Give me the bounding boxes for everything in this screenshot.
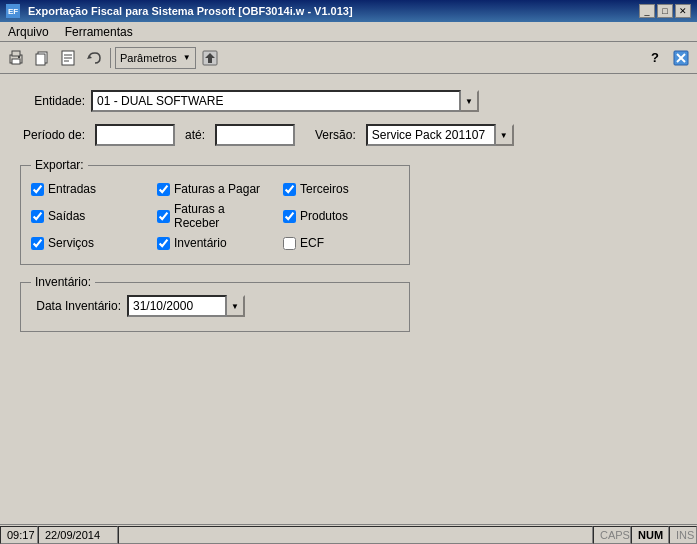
version-select-wrap: ▼	[366, 124, 514, 146]
checkbox-entradas-label: Entradas	[48, 182, 96, 196]
exportar-fieldset: Exportar: Entradas Faturas a Pagar Terce…	[20, 158, 410, 265]
checkbox-inventario-input[interactable]	[157, 237, 170, 250]
status-num: NUM	[631, 526, 669, 544]
period-to-label: até:	[185, 128, 205, 142]
copy2-icon	[60, 50, 76, 66]
period-row: Período de: 01/01/2012 até: 31/01/2012 V…	[20, 124, 677, 146]
inventario-data-input[interactable]	[127, 295, 227, 317]
checkbox-produtos-label: Produtos	[300, 209, 348, 223]
toolbar-help-button[interactable]: ?	[643, 46, 667, 70]
toolbar-print-button[interactable]	[4, 46, 28, 70]
status-ins: INS	[669, 526, 697, 544]
print-icon	[8, 50, 24, 66]
menu-ferramentas[interactable]: Ferramentas	[61, 24, 137, 40]
inventario-data-row: Data Inventário: ▼	[31, 295, 399, 317]
checkbox-ecf-label: ECF	[300, 236, 324, 250]
inventario-data-label: Data Inventário:	[31, 299, 121, 313]
params-arrow: ▼	[183, 53, 191, 62]
inventario-data-select-wrap: ▼	[127, 295, 245, 317]
checkbox-saidas[interactable]: Saídas	[31, 202, 147, 230]
checkbox-servicos-input[interactable]	[31, 237, 44, 250]
status-date: 22/09/2014	[38, 526, 118, 544]
checkbox-faturas-receber-label: Faturas a Receber	[174, 202, 273, 230]
export-icon	[202, 50, 218, 66]
status-caps: CAPS	[593, 526, 631, 544]
help-icon: ?	[651, 50, 659, 65]
toolbar-copy1-button[interactable]	[30, 46, 54, 70]
checkbox-entradas[interactable]: Entradas	[31, 182, 147, 196]
toolbar-separator	[110, 48, 111, 68]
checkbox-faturas-receber-input[interactable]	[157, 210, 170, 223]
toolbar-close-icon	[673, 50, 689, 66]
main-content: Entidade: ▼ Período de: 01/01/2012 até: …	[0, 74, 697, 524]
checkbox-faturas-pagar[interactable]: Faturas a Pagar	[157, 182, 273, 196]
copy1-icon	[34, 50, 50, 66]
inventario-data-dropdown-btn[interactable]: ▼	[227, 295, 245, 317]
title-bar: EF Exportação Fiscal para Sistema Prosof…	[0, 0, 697, 22]
checkbox-produtos-input[interactable]	[283, 210, 296, 223]
entity-label: Entidade:	[20, 94, 85, 108]
checkbox-faturas-pagar-input[interactable]	[157, 183, 170, 196]
minimize-button[interactable]: _	[639, 4, 655, 18]
close-button[interactable]: ✕	[675, 4, 691, 18]
checkbox-produtos[interactable]: Produtos	[283, 202, 399, 230]
title-bar-controls: _ □ ✕	[639, 4, 691, 18]
version-input[interactable]	[366, 124, 496, 146]
inventario-legend: Inventário:	[31, 275, 95, 289]
checkbox-servicos[interactable]: Serviços	[31, 236, 147, 250]
maximize-button[interactable]: □	[657, 4, 673, 18]
svg-rect-5	[36, 54, 45, 65]
svg-rect-3	[18, 56, 20, 58]
checkbox-faturas-receber[interactable]: Faturas a Receber	[157, 202, 273, 230]
checkbox-terceiros-label: Terceiros	[300, 182, 349, 196]
params-label: Parâmetros	[120, 52, 177, 64]
window-title: Exportação Fiscal para Sistema Prosoft […	[28, 5, 353, 17]
period-to-input[interactable]: 31/01/2012	[215, 124, 295, 146]
checkbox-inventario-label: Inventário	[174, 236, 227, 250]
status-bar: 09:17 22/09/2014 CAPS NUM INS	[0, 524, 697, 544]
checkbox-entradas-input[interactable]	[31, 183, 44, 196]
undo-icon	[86, 50, 102, 66]
period-from-input[interactable]: 01/01/2012	[95, 124, 175, 146]
period-label: Período de:	[20, 128, 85, 142]
toolbar-export-button[interactable]	[198, 46, 222, 70]
window-icon: EF	[6, 4, 20, 18]
version-dropdown-btn[interactable]: ▼	[496, 124, 514, 146]
version-label: Versão:	[315, 128, 356, 142]
checkbox-terceiros-input[interactable]	[283, 183, 296, 196]
checkbox-servicos-label: Serviços	[48, 236, 94, 250]
checkbox-terceiros[interactable]: Terceiros	[283, 182, 399, 196]
title-bar-text: EF Exportação Fiscal para Sistema Prosof…	[6, 4, 353, 18]
toolbar-undo-button[interactable]	[82, 46, 106, 70]
inventario-fieldset: Inventário: Data Inventário: ▼	[20, 275, 410, 332]
status-middle	[118, 526, 593, 544]
svg-rect-2	[12, 59, 20, 64]
checkbox-faturas-pagar-label: Faturas a Pagar	[174, 182, 260, 196]
params-dropdown[interactable]: Parâmetros ▼	[115, 47, 196, 69]
checkbox-saidas-label: Saídas	[48, 209, 85, 223]
svg-rect-1	[12, 51, 20, 56]
entity-row: Entidade: ▼	[20, 90, 677, 112]
menu-bar: Arquivo Ferramentas	[0, 22, 697, 42]
svg-marker-10	[87, 55, 92, 59]
checkbox-inventario[interactable]: Inventário	[157, 236, 273, 250]
exportar-checkboxes: Entradas Faturas a Pagar Terceiros Saída…	[31, 178, 399, 254]
menu-arquivo[interactable]: Arquivo	[4, 24, 53, 40]
exportar-legend: Exportar:	[31, 158, 88, 172]
checkbox-ecf-input[interactable]	[283, 237, 296, 250]
toolbar-copy2-button[interactable]	[56, 46, 80, 70]
checkbox-saidas-input[interactable]	[31, 210, 44, 223]
entity-input[interactable]	[91, 90, 461, 112]
status-time: 09:17	[0, 526, 38, 544]
toolbar-right: ?	[643, 46, 693, 70]
entity-select-wrap: ▼	[91, 90, 479, 112]
entity-dropdown-btn[interactable]: ▼	[461, 90, 479, 112]
checkbox-ecf[interactable]: ECF	[283, 236, 399, 250]
toolbar: Parâmetros ▼ ?	[0, 42, 697, 74]
toolbar-close-button[interactable]	[669, 46, 693, 70]
